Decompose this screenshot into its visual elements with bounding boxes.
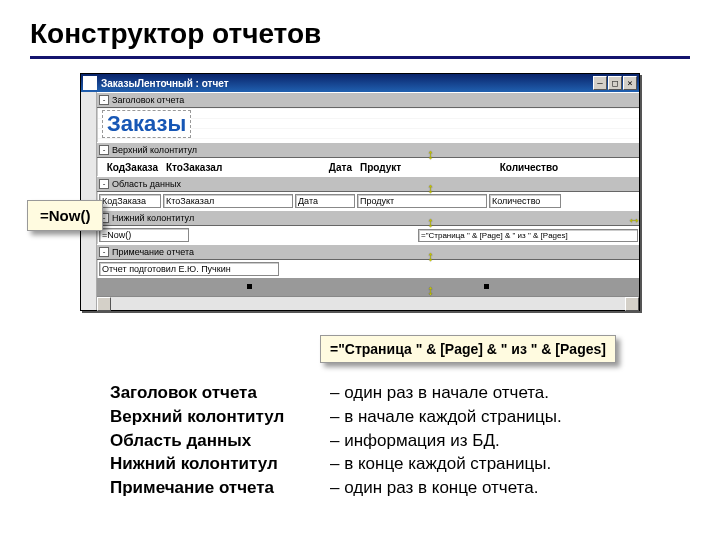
resize-arrow-icon: ↕ <box>427 248 434 264</box>
desc-def: – в конце каждой страницы. <box>330 452 551 476</box>
toggle-icon[interactable]: - <box>99 179 109 189</box>
scroll-left-icon[interactable] <box>97 297 111 311</box>
app-screenshot: ЗаказыЛенточный : отчет — □ × - Заголово… <box>80 73 640 311</box>
field-now[interactable]: =Now() <box>99 228 189 242</box>
field-box[interactable]: КтоЗаказал <box>163 194 293 208</box>
column-header[interactable]: Продукт <box>357 161 487 174</box>
window-icon <box>83 76 97 90</box>
window-title: ЗаказыЛенточный : отчет <box>101 78 593 89</box>
resize-arrow-icon: ↕ <box>427 180 434 196</box>
callout-page-expr: ="Страница " & [Page] & " из " & [Pages] <box>320 335 616 363</box>
description-block: Заголовок отчета– один раз в начале отче… <box>110 381 690 500</box>
field-box[interactable]: Дата <box>295 194 355 208</box>
resize-arrow-icon: ↕ <box>427 146 434 162</box>
callout-now: =Now() <box>27 200 103 231</box>
close-button[interactable]: × <box>623 76 637 90</box>
report-title-label[interactable]: Заказы <box>102 110 191 138</box>
selection-spacer <box>97 278 639 296</box>
toggle-icon[interactable]: - <box>99 247 109 257</box>
title-underline <box>30 56 690 59</box>
desc-def: – один раз в конце отчета. <box>330 476 538 500</box>
desc-def: – информация из БД. <box>330 429 500 453</box>
credits-label[interactable]: Отчет подготовил Е.Ю. Пучкин <box>99 262 279 276</box>
section-bar-detail[interactable]: - Область данных <box>97 176 639 192</box>
horizontal-scrollbar[interactable] <box>97 296 639 310</box>
field-box[interactable]: Количество <box>489 194 561 208</box>
column-header[interactable]: Количество <box>489 161 561 174</box>
field-box[interactable]: Продукт <box>357 194 487 208</box>
titlebar: ЗаказыЛенточный : отчет — □ × <box>81 74 639 92</box>
desc-term: Верхний колонтитул <box>110 405 330 429</box>
desc-term: Область данных <box>110 429 330 453</box>
slide-title: Конструктор отчетов <box>30 18 690 50</box>
resize-arrow-icon: ↕ <box>427 282 434 298</box>
section-bar-page-footer[interactable]: - Нижний колонтитул <box>97 210 639 226</box>
column-header[interactable]: Дата <box>295 161 355 174</box>
minimize-button[interactable]: — <box>593 76 607 90</box>
desc-term: Заголовок отчета <box>110 381 330 405</box>
desc-def: – один раз в начале отчета. <box>330 381 549 405</box>
column-header[interactable]: КодЗаказа <box>99 161 161 174</box>
toggle-icon[interactable]: - <box>99 95 109 105</box>
desc-term: Нижний колонтитул <box>110 452 330 476</box>
desc-def: – в начале каждой страницы. <box>330 405 562 429</box>
section-bar-report-header[interactable]: - Заголовок отчета <box>97 92 639 108</box>
column-header[interactable]: КтоЗаказал <box>163 161 293 174</box>
desc-term: Примечание отчета <box>110 476 330 500</box>
section-bar-page-header[interactable]: - Верхний колонтитул <box>97 142 639 158</box>
resize-arrow-icon: ↔ <box>627 212 641 228</box>
section-bar-report-footer[interactable]: - Примечание отчета <box>97 244 639 260</box>
maximize-button[interactable]: □ <box>608 76 622 90</box>
scroll-right-icon[interactable] <box>625 297 639 311</box>
report-window: ЗаказыЛенточный : отчет — □ × - Заголово… <box>80 73 640 311</box>
field-box[interactable]: КодЗаказа <box>99 194 161 208</box>
resize-arrow-icon: ↕ <box>427 214 434 230</box>
toggle-icon[interactable]: - <box>99 145 109 155</box>
field-page-expr[interactable]: ="Страница " & [Page] & " из " & [Pages] <box>418 229 638 242</box>
